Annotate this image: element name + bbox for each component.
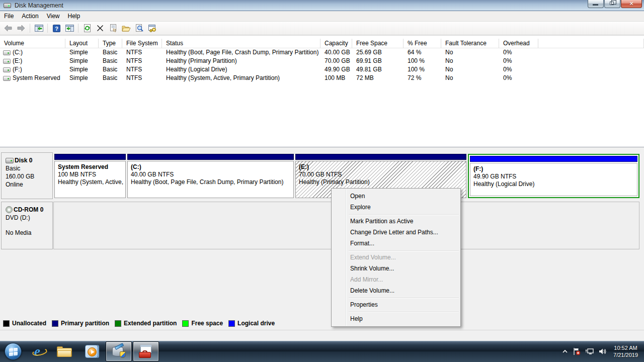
context-menu-explore[interactable]: Explore: [332, 202, 460, 213]
context-menu-help[interactable]: Help: [332, 313, 460, 324]
legend-label: Primary partition: [61, 320, 109, 327]
menu-file[interactable]: File: [0, 11, 18, 21]
volume-button[interactable]: [599, 347, 607, 355]
action-center-button[interactable]: [573, 347, 581, 355]
start-button[interactable]: [3, 341, 23, 361]
taskbar-admin-tools-button[interactable]: [133, 341, 159, 361]
partition-f[interactable]: (F:) 49.90 GB NTFS Healthy (Logical Driv…: [468, 154, 639, 198]
context-menu-separator: [349, 250, 459, 251]
column-header-status[interactable]: Status: [162, 39, 320, 48]
refresh-button[interactable]: [81, 23, 93, 34]
taskbar-internet-explorer-button[interactable]: e: [24, 341, 50, 361]
open-folder-icon: [122, 25, 131, 32]
open-button[interactable]: [120, 23, 132, 34]
partition-size: 49.90 GB NTFS: [473, 173, 637, 180]
volume-type: Basic: [99, 57, 122, 65]
volume-list-header: Volume Layout Type File System Status Ca…: [0, 39, 644, 48]
column-header-fault-tolerance[interactable]: Fault Tolerance: [441, 39, 499, 48]
legend-swatch-extended-partition: [115, 320, 121, 327]
help-button[interactable]: ?: [50, 23, 62, 34]
restore-icon: [610, 2, 614, 5]
volume-capacity: 100 MB: [320, 74, 352, 82]
legend-item-unallocated: Unallocated: [3, 320, 46, 327]
partition-status: Healthy (System, Active,: [58, 178, 125, 186]
context-menu-shrink-volume[interactable]: Shrink Volume...: [332, 263, 460, 274]
context-menu-delete-volume[interactable]: Delete Volume...: [332, 285, 460, 296]
volume-row-e[interactable]: (E:) Simple Basic NTFS Healthy (Primary …: [0, 57, 644, 65]
restore-button[interactable]: [604, 0, 620, 8]
partition-c[interactable]: (C:) 40.00 GB NTFS Healthy (Boot, Page F…: [127, 154, 294, 198]
volume-free-space: 69.91 GB: [352, 57, 404, 65]
action-pane-icon: [65, 25, 74, 32]
show-action-pane-button[interactable]: [63, 23, 75, 34]
display-button[interactable]: [133, 23, 145, 34]
taskbar-media-player-button[interactable]: [78, 341, 105, 361]
disk0-label[interactable]: Disk 0 Basic 160.00 GB Online: [1, 152, 53, 199]
partition-status: Healthy (Logical Drive): [473, 180, 637, 188]
disk-management-app-icon: [4, 2, 12, 9]
disk-management-icon: [112, 345, 126, 358]
menu-view[interactable]: View: [43, 11, 64, 21]
column-header-pct-free[interactable]: % Free: [404, 39, 441, 48]
properties-button[interactable]: [107, 23, 119, 34]
column-header-capacity[interactable]: Capacity: [320, 39, 352, 48]
toolbar-separator: [30, 24, 30, 33]
volume-list-pane: Volume Layout Type File System Status Ca…: [0, 35, 644, 147]
volume-name: (E:): [13, 57, 22, 65]
column-header-free-space[interactable]: Free Space: [352, 39, 404, 48]
partition-bar: [54, 154, 126, 160]
cdrom-row: CD-ROM 0 DVD (D:) No Media: [1, 202, 643, 249]
volume-name: System Reserved: [13, 74, 60, 82]
minimize-icon: [593, 4, 598, 6]
manage-button[interactable]: [146, 23, 158, 34]
menu-help[interactable]: Help: [64, 11, 85, 21]
partition-system-reserved[interactable]: System Reserved 100 MB NTFS Healthy (Sys…: [54, 154, 126, 198]
volume-row-f[interactable]: (F:) Simple Basic NTFS Healthy (Logical …: [0, 65, 644, 74]
minimize-button[interactable]: [588, 0, 604, 8]
taskbar-disk-management-button[interactable]: [106, 341, 132, 361]
context-menu-extend-volume[interactable]: Extend Volume...: [332, 252, 460, 263]
legend-swatch-free-space: [182, 320, 189, 327]
volume-drive-icon: [3, 76, 11, 81]
volume-drive-icon: [3, 50, 11, 55]
column-header-layout[interactable]: Layout: [65, 39, 99, 48]
volume-fault-tolerance: No: [441, 48, 499, 57]
column-header-file-system[interactable]: File System: [122, 39, 162, 48]
back-arrow-icon: [4, 25, 13, 32]
help-icon: ?: [53, 25, 60, 32]
delete-button[interactable]: [94, 23, 106, 34]
column-header-overhead[interactable]: Overhead: [499, 39, 538, 48]
show-hidden-icons-button[interactable]: [562, 349, 568, 353]
partition-bar: [470, 156, 637, 162]
context-menu-properties[interactable]: Properties: [332, 299, 460, 310]
magnifier-page-icon: [135, 24, 143, 32]
volume-row-c[interactable]: (C:) Simple Basic NTFS Healthy (Boot, Pa…: [0, 48, 644, 57]
context-menu-separator: [349, 312, 459, 312]
menu-action[interactable]: Action: [18, 11, 42, 21]
legend-label: Unallocated: [12, 320, 46, 327]
close-button[interactable]: ✕: [621, 0, 642, 8]
volume-type: Basic: [99, 74, 122, 82]
context-menu-add-mirror[interactable]: Add Mirror...: [332, 274, 460, 285]
taskbar-file-explorer-button[interactable]: [51, 341, 77, 361]
volume-capacity: 40.00 GB: [320, 48, 352, 57]
taskbar: e 10:52 AM: [0, 341, 644, 362]
clock[interactable]: 10:52 AM 7/21/2019: [613, 344, 638, 358]
volume-type: Basic: [99, 48, 122, 57]
forward-button[interactable]: [15, 23, 27, 34]
cdrom-label[interactable]: CD-ROM 0 DVD (D:) No Media: [1, 202, 53, 249]
cdrom-status: No Media: [6, 229, 49, 236]
network-status-button[interactable]: [585, 347, 594, 355]
column-header-type[interactable]: Type: [99, 39, 122, 48]
context-menu-format[interactable]: Format...: [332, 238, 460, 249]
context-menu-open[interactable]: Open: [332, 191, 460, 202]
partition-status: Healthy (Boot, Page File, Crash Dump, Pr…: [131, 178, 293, 186]
back-button[interactable]: [2, 23, 14, 34]
volume-layout: Simple: [65, 65, 99, 74]
delete-x-icon: [97, 25, 104, 32]
column-header-volume[interactable]: Volume: [0, 39, 65, 48]
show-console-tree-button[interactable]: [33, 23, 45, 34]
context-menu-change-drive-letter[interactable]: Change Drive Letter and Paths...: [332, 227, 460, 238]
context-menu-mark-partition-active[interactable]: Mark Partition as Active: [332, 216, 460, 227]
volume-row-system-reserved[interactable]: System Reserved Simple Basic NTFS Health…: [0, 74, 644, 82]
